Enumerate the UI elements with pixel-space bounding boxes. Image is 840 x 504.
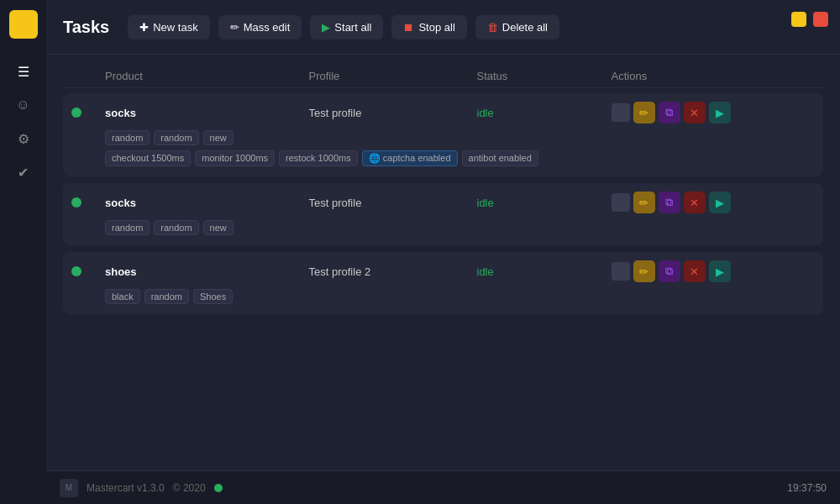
task-actions: ✏ ⧉ ✕ ▶ — [612, 102, 816, 123]
footer-version: Mastercart v1.3.0 — [87, 482, 165, 494]
window-controls — [791, 12, 828, 27]
sidebar-item-tasks[interactable]: ✔ — [11, 160, 36, 185]
main-content: Tasks ✚ New task ✏ Mass edit ▶ Start all… — [46, 0, 840, 504]
task-delete-button[interactable]: ✕ — [684, 102, 706, 123]
footer-copyright: © 2020 — [173, 482, 206, 494]
task-delete-button[interactable]: ✕ — [684, 192, 706, 213]
mass-edit-button[interactable]: ✏ Mass edit — [218, 15, 302, 39]
task-copy-button[interactable]: ⧉ — [659, 260, 680, 282]
task-actions: ✏ ⧉ ✕ ▶ — [612, 260, 816, 282]
footer-status-dot — [214, 484, 223, 492]
task-status-dot — [71, 108, 105, 118]
task-edit-button[interactable]: ✏ — [633, 260, 655, 282]
task-edit-button[interactable]: ✏ — [633, 192, 655, 213]
header-profile: Profile — [309, 70, 477, 82]
task-delete-button[interactable]: ✕ — [684, 260, 706, 282]
footer-logo-icon: M — [60, 479, 78, 497]
task-tags: random random new — [71, 130, 815, 145]
task-profile: Test profile — [309, 107, 477, 119]
minimize-button[interactable] — [791, 12, 806, 27]
table-row: shoes Test profile 2 idle ✏ ⧉ ✕ ▶ black … — [63, 252, 823, 314]
header: Tasks ✚ New task ✏ Mass edit ▶ Start all… — [46, 0, 840, 55]
task-status: idle — [477, 107, 612, 119]
task-status: idle — [477, 197, 612, 209]
footer-time: 19:37:50 — [787, 482, 827, 494]
task-run-button[interactable]: ▶ — [709, 192, 731, 213]
delete-all-button[interactable]: 🗑 Delete all — [475, 15, 559, 39]
task-select-checkbox[interactable] — [612, 103, 630, 122]
header-product: Product — [105, 70, 309, 82]
table-row: socks Test profile idle ✏ ⧉ ✕ ▶ random r… — [63, 183, 823, 245]
sidebar: ☰ ☺ ⚙ ✔ — [0, 0, 46, 504]
task-profile: Test profile — [309, 197, 477, 209]
plus-icon: ✚ — [139, 21, 149, 34]
task-copy-button[interactable]: ⧉ — [659, 192, 680, 213]
task-run-button[interactable]: ▶ — [709, 260, 731, 282]
task-product: socks — [105, 107, 309, 119]
table-row: socks Test profile idle ✏ ⧉ ✕ ▶ random r… — [63, 93, 823, 176]
close-button[interactable] — [813, 12, 828, 27]
task-actions: ✏ ⧉ ✕ ▶ — [612, 192, 816, 213]
task-product: socks — [105, 197, 309, 209]
task-select-checkbox[interactable] — [612, 193, 630, 212]
task-product: shoes — [105, 265, 309, 278]
new-task-button[interactable]: ✚ New task — [128, 15, 209, 39]
task-copy-button[interactable]: ⧉ — [659, 102, 680, 123]
sidebar-item-menu[interactable]: ☰ — [11, 59, 36, 84]
trash-icon: 🗑 — [487, 21, 498, 34]
task-extra-tags: checkout 1500ms monitor 1000ms restock 1… — [71, 150, 815, 166]
task-tags: black random Shoes — [71, 289, 815, 304]
header-status: Status — [477, 70, 612, 82]
task-table: Product Profile Status Actions socks Tes… — [46, 55, 840, 470]
pencil-icon: ✏ — [230, 21, 239, 34]
sidebar-logo — [9, 10, 38, 39]
task-edit-button[interactable]: ✏ — [633, 102, 655, 123]
stop-all-button[interactable]: ⏹ Stop all — [391, 15, 466, 39]
stop-icon: ⏹ — [403, 21, 414, 34]
play-icon: ▶ — [322, 21, 330, 34]
page-title: Tasks — [63, 18, 109, 37]
footer: M Mastercart v1.3.0 © 2020 19:37:50 — [46, 470, 840, 504]
task-status-dot — [71, 266, 105, 276]
task-profile: Test profile 2 — [309, 265, 477, 278]
task-status: idle — [477, 265, 612, 278]
task-run-button[interactable]: ▶ — [709, 102, 731, 123]
header-select — [71, 70, 105, 82]
table-header: Product Profile Status Actions — [63, 65, 823, 88]
start-all-button[interactable]: ▶ Start all — [310, 15, 383, 39]
task-select-checkbox[interactable] — [612, 262, 630, 281]
task-status-dot — [71, 197, 105, 207]
task-tags: random random new — [71, 220, 815, 235]
sidebar-item-profile[interactable]: ☺ — [11, 92, 36, 118]
sidebar-item-settings[interactable]: ⚙ — [11, 126, 36, 151]
header-actions: Actions — [612, 70, 816, 82]
